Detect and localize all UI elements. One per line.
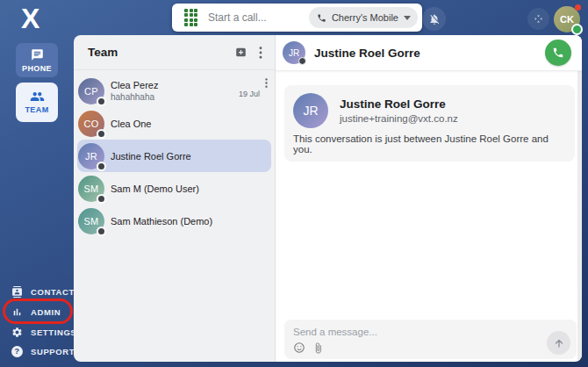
team-panel-menu-button[interactable] bbox=[259, 47, 262, 59]
arrow-up-icon bbox=[553, 337, 565, 349]
bell-off-icon bbox=[428, 13, 441, 25]
contacts-icon bbox=[11, 286, 23, 298]
sidebar-item-support[interactable]: ? SUPPORT bbox=[11, 345, 75, 357]
sidebar-item-admin-label: ADMIN bbox=[31, 307, 61, 317]
conversation-text: Clea One bbox=[111, 119, 271, 129]
line-selector-label: Cherry's Mobile bbox=[332, 12, 398, 23]
sidebar-item-contacts[interactable]: CONTACTS bbox=[11, 285, 81, 298]
sidebar-item-team[interactable]: TEAM bbox=[16, 83, 58, 122]
contact-avatar: JR bbox=[78, 143, 104, 169]
emoji-button[interactable] bbox=[293, 342, 305, 354]
online-status-dot bbox=[571, 24, 583, 35]
contact-avatar: CP bbox=[78, 78, 104, 104]
chat-header-avatar-initials: JR bbox=[289, 48, 299, 58]
chat-header-avatar: JR bbox=[283, 41, 305, 64]
conversation-list-item[interactable]: JR Justine Roel Gorre bbox=[77, 140, 271, 172]
compress-icon bbox=[533, 13, 544, 25]
contact-avatar: SM bbox=[78, 208, 104, 234]
intro-contact: JR Justine Roel Gorre justine+training@v… bbox=[293, 93, 564, 128]
emoji-icon bbox=[293, 342, 305, 354]
sidebar-item-settings[interactable]: SETTINGS bbox=[11, 326, 76, 338]
kebab-menu-icon bbox=[259, 47, 262, 59]
app-logo: X bbox=[21, 2, 39, 35]
conversation-list-item[interactable]: SM Sam Mathieson (Demo) bbox=[77, 205, 271, 237]
intro-avatar: JR bbox=[293, 93, 328, 128]
contact-name: Justine Roel Gorre bbox=[111, 151, 271, 162]
add-chat-icon bbox=[234, 46, 247, 59]
kebab-menu-icon bbox=[265, 78, 268, 88]
team-panel-header: Team bbox=[74, 35, 275, 70]
sidebar-item-phone-label: PHONE bbox=[22, 64, 52, 73]
contact-status-dot bbox=[97, 97, 106, 106]
conversation-list-item[interactable]: CO Clea One bbox=[77, 107, 271, 140]
chat-header: JR Justine Roel Gorre bbox=[276, 35, 582, 71]
call-button[interactable] bbox=[545, 40, 571, 66]
contact-status-dot bbox=[97, 194, 106, 204]
start-call-placeholder: Start a call... bbox=[208, 11, 309, 24]
chevron-down-icon bbox=[404, 16, 411, 20]
notifications-muted-button[interactable] bbox=[422, 7, 446, 31]
message-composer: Send a message... bbox=[284, 320, 577, 359]
sidebar-item-support-label: SUPPORT bbox=[31, 347, 75, 356]
bar-chart-icon bbox=[11, 306, 23, 318]
contact-avatar-initials: JR bbox=[85, 151, 97, 162]
user-avatar-initials: CK bbox=[560, 14, 574, 25]
contact-name: Clea One bbox=[111, 119, 271, 129]
contact-name: Sam M (Demo User) bbox=[111, 184, 271, 194]
start-call-input[interactable]: Start a call... Cherry's Mobile bbox=[172, 4, 422, 32]
new-conversation-button[interactable] bbox=[234, 46, 247, 59]
composer-toolbar bbox=[293, 342, 324, 354]
conversation-intro-card: JR Justine Roel Gorre justine+training@v… bbox=[284, 85, 575, 162]
contact-avatar-initials: SM bbox=[83, 184, 98, 194]
people-icon bbox=[30, 90, 45, 103]
line-selector-dropdown[interactable]: Cherry's Mobile bbox=[309, 7, 418, 28]
conversation-date: 19 Jul bbox=[239, 90, 260, 98]
intro-identity: Justine Roel Gorre justine+training@vxt.… bbox=[340, 97, 458, 124]
chat-panel: JR Justine Roel Gorre JR Justine Roel Go… bbox=[275, 35, 582, 362]
message-input[interactable]: Send a message... bbox=[293, 327, 568, 337]
contact-avatar-initials: CP bbox=[84, 86, 98, 97]
attach-button[interactable] bbox=[312, 342, 324, 354]
phone-receiver-icon bbox=[317, 13, 326, 23]
user-avatar[interactable]: CK bbox=[554, 6, 580, 32]
contact-avatar: CO bbox=[78, 111, 104, 137]
conversation-list-item[interactable]: CP Clea Perez hahahhaha 19 Jul bbox=[77, 75, 271, 107]
intro-privacy-note: This conversation is just between Justin… bbox=[293, 133, 564, 155]
contact-status-dot bbox=[97, 162, 106, 171]
contact-avatar-initials: SM bbox=[83, 216, 98, 227]
sidebar-item-settings-label: SETTINGS bbox=[31, 327, 76, 337]
conversation-meta: 19 Jul bbox=[239, 77, 268, 98]
intro-contact-name: Justine Roel Gorre bbox=[340, 97, 458, 111]
contact-status-dot bbox=[97, 129, 106, 139]
conversation-text: Justine Roel Gorre bbox=[111, 151, 271, 162]
sidebar-item-admin[interactable]: ADMIN bbox=[11, 306, 61, 318]
conversation-list: CP Clea Perez hahahhaha 19 Jul CO Clea O… bbox=[74, 70, 275, 237]
gear-icon bbox=[11, 327, 23, 338]
team-panel-title: Team bbox=[88, 46, 234, 59]
chat-contact-name: Justine Roel Gorre bbox=[314, 47, 545, 60]
contact-avatar: SM bbox=[78, 176, 104, 202]
intro-contact-email: justine+training@vxt.co.nz bbox=[340, 113, 458, 124]
intro-avatar-initials: JR bbox=[303, 104, 318, 118]
team-panel: Team CP Clea Perez hahahhaha 19 Jul CO bbox=[74, 35, 275, 362]
chat-header-status-dot bbox=[298, 57, 306, 65]
send-button[interactable] bbox=[547, 331, 570, 355]
question-icon: ? bbox=[11, 346, 23, 357]
contact-status-dot bbox=[97, 227, 106, 236]
chat-icon bbox=[31, 48, 44, 61]
contact-name: Sam Mathieson (Demo) bbox=[111, 216, 271, 227]
conversation-text: Sam Mathieson (Demo) bbox=[111, 216, 271, 227]
sidebar-item-phone[interactable]: PHONE bbox=[16, 43, 58, 77]
conversation-text: Sam M (Demo User) bbox=[111, 184, 271, 194]
phone-receiver-icon bbox=[552, 47, 564, 59]
dialpad-icon bbox=[184, 9, 197, 27]
sidebar-item-team-label: TEAM bbox=[25, 105, 48, 114]
compress-window-button[interactable] bbox=[527, 8, 549, 30]
conversation-list-item[interactable]: SM Sam M (Demo User) bbox=[77, 172, 271, 205]
paperclip-icon bbox=[312, 342, 324, 354]
notification-dot bbox=[575, 4, 581, 11]
contact-avatar-initials: CO bbox=[83, 119, 98, 129]
chat-scrollbar[interactable] bbox=[577, 35, 582, 362]
conversation-menu-button[interactable] bbox=[265, 77, 268, 88]
